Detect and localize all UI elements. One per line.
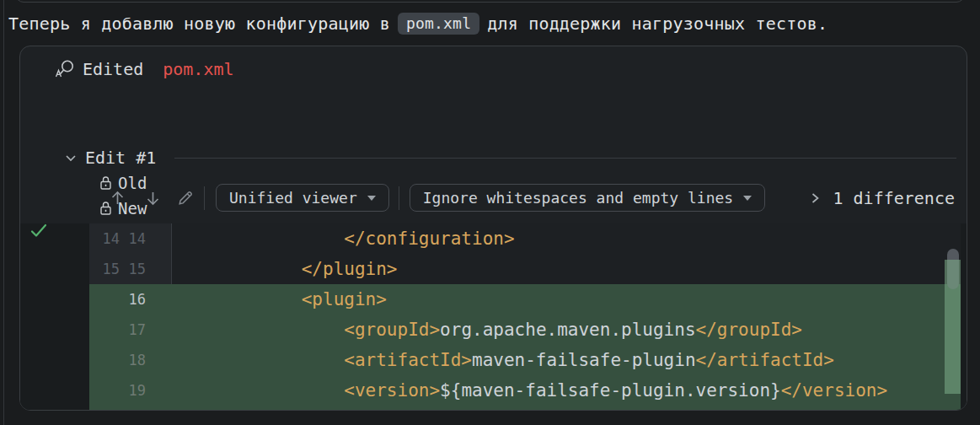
new-column-label-row: New — [99, 198, 147, 218]
diff-gutter: 19 — [89, 375, 172, 406]
window-edge-line — [3, 0, 4, 425]
diff-code-line: </plugin> — [172, 254, 961, 284]
xml-tag-token: </plugin> — [302, 259, 398, 279]
code-indent — [174, 320, 344, 340]
xml-value-token: maven-failsafe-plugin — [472, 350, 696, 370]
new-column-label: New — [118, 199, 147, 218]
diff-row-margin — [20, 315, 89, 345]
viewer-mode-value: Unified viewer — [229, 189, 357, 207]
diff-gutter: 18 — [89, 345, 172, 375]
diff-gutter: 16 — [89, 284, 172, 315]
code-indent — [174, 259, 302, 279]
old-column-label-row: Old — [99, 173, 147, 193]
new-line-number: 17 — [122, 321, 146, 338]
diff-row-margin — [20, 345, 89, 375]
edit-section-title[interactable]: Edit #1 — [85, 148, 156, 168]
diff-gutter: 17 — [89, 315, 172, 345]
assistant-message-text-before: Теперь я добавлю новую конфигурацию в — [8, 13, 390, 34]
lock-icon[interactable] — [99, 175, 112, 191]
diff-code-line — [172, 406, 961, 410]
diff-row-right-margin — [961, 223, 967, 254]
diff-row-right-margin — [961, 406, 967, 410]
viewer-mode-dropdown[interactable]: Unified viewer — [216, 184, 389, 212]
diff-row: 16 <plugin> — [20, 284, 967, 315]
chevron-down-icon[interactable] — [64, 151, 78, 164]
dropdown-arrow-icon — [367, 196, 376, 201]
diff-gutter: 1515 — [89, 254, 172, 284]
diff-viewer: 1414 </configuration>1515 </plugin>16 <p… — [20, 223, 967, 411]
xml-tag-token: <version> — [344, 380, 440, 401]
diff-rows-container: 1414 </configuration>1515 </plugin>16 <p… — [20, 223, 967, 410]
diff-row-margin — [20, 284, 89, 315]
diff-row: 1414 </configuration> — [20, 223, 967, 254]
old-column-label: Old — [118, 174, 147, 192]
edited-label: Edited — [83, 59, 143, 79]
code-indent — [174, 380, 344, 401]
edit-section-header: Edit #1 — [64, 146, 956, 169]
whitespace-mode-value: Ignore whitespaces and empty lines — [423, 189, 733, 207]
diff-row-margin — [20, 254, 89, 284]
new-line-number: 18 — [122, 352, 146, 369]
diff-code-line: <groupId>org.apache.maven.plugins</group… — [172, 315, 961, 345]
diff-row: 1515 </plugin> — [20, 254, 967, 284]
toolbar-divider — [204, 186, 205, 210]
xml-tag-token: <artifactId> — [344, 350, 472, 370]
xml-tag-token: </configuration> — [344, 229, 514, 249]
diff-row-right-margin — [961, 345, 967, 375]
diff-toolbar: Unified viewer Ignore whitespaces and em… — [20, 182, 967, 213]
panel-header: Edited pom.xml — [54, 57, 234, 81]
xml-tag-token: <groupId> — [344, 320, 440, 340]
edited-file-name[interactable]: pom.xml — [163, 59, 233, 79]
toolbar-divider — [399, 186, 399, 210]
diff-code-line: <version>${maven-failsafe-plugin.version… — [172, 375, 961, 406]
difference-counter-label: 1 difference — [833, 188, 956, 208]
diff-code-line: </configuration> — [172, 223, 961, 254]
diff-row-right-margin — [961, 284, 967, 315]
code-indent — [174, 229, 344, 249]
difference-counter: 1 difference — [810, 182, 956, 213]
dropdown-arrow-icon — [743, 196, 752, 201]
diff-gutter — [89, 406, 172, 410]
code-indent — [174, 289, 302, 309]
lock-icon[interactable] — [99, 201, 112, 216]
scrollbar-added-marker — [945, 260, 961, 394]
edit-diff-panel: Edited pom.xml Edit #1 — [19, 46, 967, 411]
pencil-icon[interactable] — [176, 187, 195, 209]
assistant-message: Теперь я добавлю новую конфигурацию в po… — [8, 13, 827, 35]
previous-panel-bottom-edge — [15, 0, 965, 3]
diff-row-right-margin — [961, 375, 967, 406]
new-line-number: 15 — [122, 261, 146, 277]
diff-row-partial — [20, 406, 967, 410]
old-line-number: 14 — [89, 230, 120, 247]
diff-row: 17 <groupId>org.apache.maven.plugins</gr… — [20, 315, 967, 345]
new-line-number: 14 — [122, 230, 146, 247]
diff-row-right-margin — [961, 254, 967, 284]
section-divider-line — [174, 158, 956, 159]
diff-row: 19 <version>${maven-failsafe-plugin.vers… — [20, 375, 967, 406]
inline-code-chip: pom.xml — [398, 13, 479, 35]
diff-gutter: 1414 — [89, 223, 172, 254]
old-line-number: 15 — [89, 261, 120, 277]
xml-tag-token: <plugin> — [302, 289, 387, 309]
chevron-right-icon[interactable] — [810, 191, 821, 205]
code-indent — [174, 350, 344, 370]
edited-file-icon — [54, 58, 76, 80]
whitespace-mode-dropdown[interactable]: Ignore whitespaces and empty lines — [410, 184, 765, 212]
xml-tag-token: </groupId> — [696, 320, 802, 340]
diff-row: 18 <artifactId>maven-failsafe-plugin</ar… — [20, 345, 967, 375]
diff-row-margin — [20, 406, 89, 410]
xml-tag-token: </version> — [781, 380, 887, 401]
checkmark-icon — [29, 220, 49, 240]
diff-row-margin — [20, 375, 89, 406]
diff-code-line: <artifactId>maven-failsafe-plugin</artif… — [172, 345, 961, 375]
xml-value-token: org.apache.maven.plugins — [440, 320, 695, 340]
diff-row-right-margin — [961, 315, 967, 345]
xml-tag-token: </artifactId> — [696, 350, 834, 370]
new-line-number: 16 — [122, 291, 146, 308]
xml-value-token: ${maven-failsafe-plugin.version} — [440, 380, 781, 401]
diff-code-line: <plugin> — [172, 284, 961, 315]
new-line-number: 19 — [122, 382, 146, 399]
assistant-message-text-after: для поддержки нагрузочных тестов. — [487, 13, 827, 34]
